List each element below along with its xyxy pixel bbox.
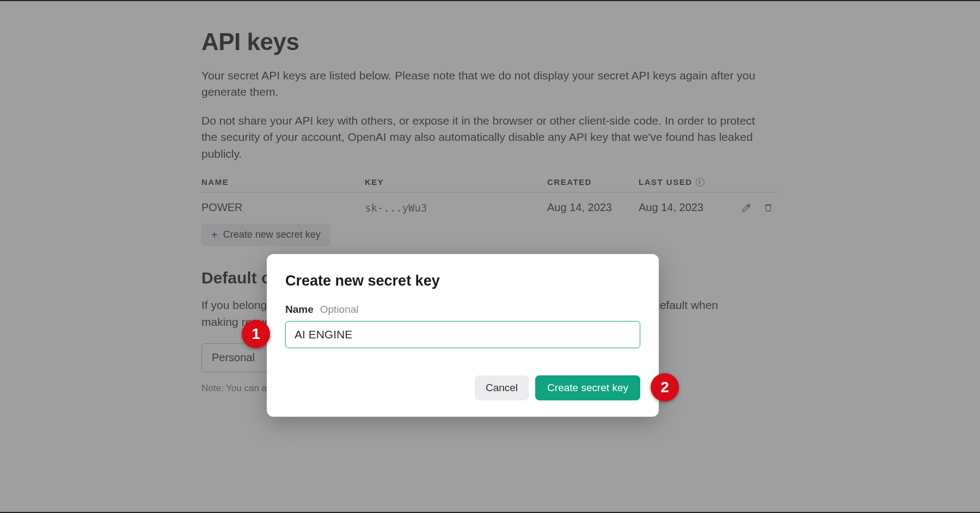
create-secret-key-button[interactable]: Create secret key <box>535 375 640 400</box>
name-field-label: Name <box>285 304 314 316</box>
annotation-badge-1: 1 <box>242 320 270 348</box>
modal-title: Create new secret key <box>285 273 640 289</box>
secret-key-name-input[interactable] <box>285 321 640 348</box>
create-secret-key-modal: Create new secret key Name Optional Canc… <box>267 254 659 417</box>
cancel-button[interactable]: Cancel <box>475 375 529 400</box>
name-field-optional: Optional <box>320 304 359 316</box>
annotation-badge-2: 2 <box>651 373 679 401</box>
modal-overlay: Create new secret key Name Optional Canc… <box>0 1 980 512</box>
